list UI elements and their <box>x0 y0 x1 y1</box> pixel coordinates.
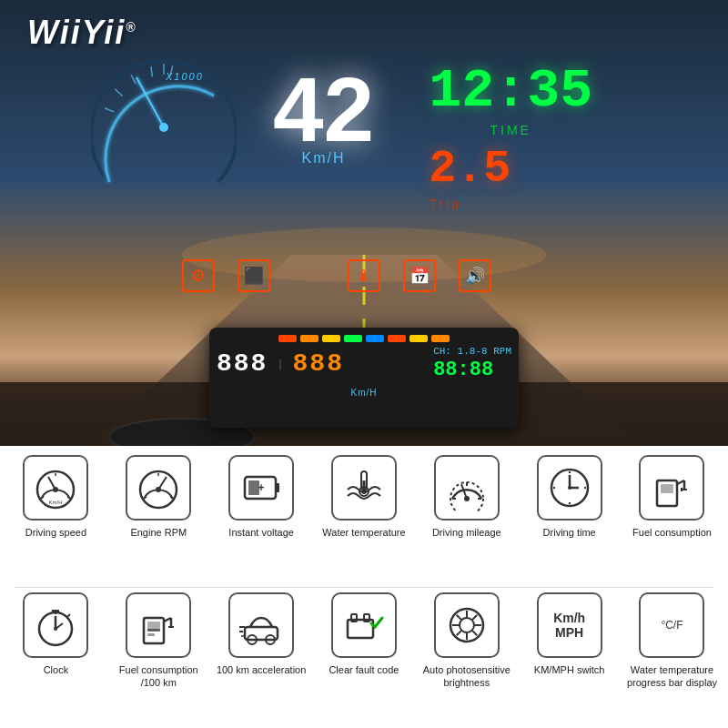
clear-fault-icon-box <box>331 592 397 658</box>
rpm-label: X1000 <box>166 71 204 82</box>
feature-water-temp: Water temperature <box>316 455 411 539</box>
water-temp-icon <box>340 464 388 511</box>
svg-point-23 <box>156 487 161 492</box>
feature-fuel-consumption: Fuel consumption <box>624 455 720 539</box>
device-display-2: 888 <box>293 349 344 378</box>
svg-rect-67 <box>147 629 160 632</box>
driving-speed-label: Driving speed <box>25 526 86 539</box>
fuel-100km-icon <box>135 602 182 649</box>
time-value: 12:35 <box>429 64 592 118</box>
svg-rect-28 <box>276 483 279 492</box>
celsius-symbol: °C/F <box>661 619 682 632</box>
svg-rect-50 <box>661 484 673 493</box>
feature-instant-voltage: + Instant voltage <box>214 455 309 539</box>
trip-value: 2.5 <box>429 147 592 192</box>
svg-text:Km/H: Km/H <box>49 500 63 505</box>
feature-clear-fault: Clear fault code <box>316 592 411 676</box>
hud-overlay: X1000 42 Km/H 12:35 TIME 2.5 Trip <box>91 55 637 291</box>
feature-clock: Clock <box>8 592 104 676</box>
hud-display-section: WiiYii® <box>0 0 728 446</box>
feature-driving-time: Driving time <box>521 455 617 539</box>
features-row-2: Clock Fuel consumption /100 km <box>5 592 723 720</box>
device-speed-label: Km/H <box>217 383 511 399</box>
svg-line-61 <box>66 614 70 618</box>
feature-kmph-switch: Km/h MPH KM/MPH switch <box>521 592 617 676</box>
speed-unit: Km/H <box>302 150 346 167</box>
driving-mileage-icon-box <box>434 455 500 521</box>
engine-warn-icon: ⚙ <box>182 259 215 292</box>
svg-rect-68 <box>147 633 155 636</box>
temp-warn-icon: 🌡 <box>348 259 380 292</box>
kmph-text-display: Km/h MPH <box>553 594 585 656</box>
led-yellow2 <box>410 335 428 342</box>
svg-line-8 <box>115 87 122 97</box>
led-green <box>344 335 362 342</box>
device-display-1: 888 <box>217 349 268 378</box>
kmh-text: Km/h <box>553 611 585 625</box>
battery-warn-icon: ⬛ <box>238 259 270 292</box>
svg-point-37 <box>464 496 470 501</box>
time-label: TIME <box>429 123 592 137</box>
svg-line-12 <box>136 77 164 127</box>
time-trip-display: 12:35 TIME 2.5 Trip <box>429 64 592 211</box>
svg-line-85 <box>456 630 461 635</box>
car-acceleration-icon <box>238 602 285 649</box>
svg-point-58 <box>54 627 57 631</box>
feature-acceleration: 100 km acceleration <box>214 592 309 676</box>
engine-rpm-label: Engine RPM <box>130 526 187 539</box>
svg-line-9 <box>131 75 136 84</box>
svg-point-79 <box>460 618 474 632</box>
features-row-1: Km/H Driving speed <box>5 455 723 582</box>
kmph-switch-label: KM/MPH switch <box>534 663 605 676</box>
water-temp-bar-icon-box: °C/F <box>639 592 704 658</box>
instant-voltage-label: Instant voltage <box>228 526 294 539</box>
svg-point-16 <box>53 487 58 492</box>
driving-mileage-label: Driving mileage <box>432 526 501 539</box>
driving-speed-icon-box: Km/H <box>23 455 88 521</box>
fuel-per-100-icon-box <box>126 592 191 658</box>
driving-time-icon-box <box>537 455 602 521</box>
device-sub-1: CH: 1.8-8 RPM <box>433 346 511 357</box>
acceleration-label: 100 km acceleration <box>217 663 306 676</box>
svg-text:+: + <box>258 481 265 494</box>
feature-engine-rpm: Engine RPM <box>111 455 207 539</box>
temp-bar-display: °C/F <box>661 594 682 656</box>
feature-driving-mileage: Driving mileage <box>419 455 514 539</box>
auto-brightness-label: Auto photosensitive brightness <box>419 663 514 690</box>
svg-rect-69 <box>245 627 278 640</box>
auto-brightness-icon-box <box>434 592 500 658</box>
water-temp-bar-label: Water temperature progress bar display <box>624 663 720 690</box>
svg-line-83 <box>471 630 477 635</box>
kmph-switch-icon-box: Km/h MPH <box>537 592 602 658</box>
features-section: Km/H Driving speed <box>0 446 728 728</box>
mileage-icon <box>443 464 490 511</box>
device-leds <box>217 335 511 342</box>
svg-rect-75 <box>348 620 373 638</box>
battery-icon: + <box>238 464 285 511</box>
svg-point-13 <box>159 123 168 132</box>
engine-rpm-icon-box <box>126 455 191 521</box>
speed-value: 42 <box>273 64 374 155</box>
svg-line-81 <box>471 614 477 620</box>
warning-icons-row: ⚙ ⬛ 🌡 📅 🔊 <box>182 259 491 292</box>
device-separator: | <box>278 358 281 370</box>
stopwatch-icon <box>32 602 79 649</box>
speedometer-icon: Km/H <box>32 464 79 511</box>
device-displays: 888 | 888 CH: 1.8-8 RPM 88:88 <box>217 346 511 381</box>
clock-icon <box>546 464 593 511</box>
feature-fuel-per-100: Fuel consumption /100 km <box>111 592 207 690</box>
calendar-warn-icon: 📅 <box>403 259 436 292</box>
clock-icon-box <box>23 592 88 658</box>
tachometer-icon <box>135 464 182 511</box>
svg-point-44 <box>568 486 571 490</box>
fuel-pump-icon <box>648 464 695 511</box>
fuel-consumption-label: Fuel consumption <box>632 526 712 539</box>
clear-fault-label: Clear fault code <box>329 663 399 676</box>
led-red2 <box>388 335 406 342</box>
rpm-gauge: X1000 <box>91 55 237 200</box>
led-yellow <box>322 335 340 342</box>
led-blue <box>366 335 384 342</box>
water-temp-label: Water temperature <box>322 526 405 539</box>
device-kmh-label: Km/H <box>351 388 378 398</box>
led-orange2 <box>431 335 450 342</box>
